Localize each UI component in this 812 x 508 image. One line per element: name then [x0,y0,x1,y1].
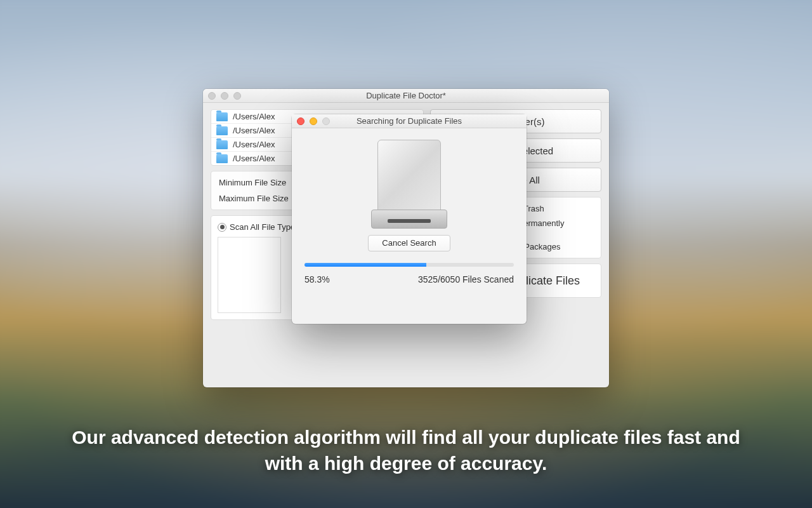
folder-icon [216,154,228,163]
folder-icon [216,112,228,121]
folder-icon [216,126,228,135]
progress-percent: 58.3% [304,274,330,284]
dialog-title: Searching for Duplicate Files [292,116,527,126]
dialog-titlebar: Searching for Duplicate Files [292,114,527,128]
drive-icon [371,140,447,229]
extension-list[interactable] [218,237,281,313]
window-title: Duplicate File Doctor* [203,91,609,100]
max-size-label: Maximum File Size [219,194,295,203]
progress-dialog: Searching for Duplicate Files Cancel Sea… [292,114,527,324]
main-titlebar: Duplicate File Doctor* [203,89,609,103]
progress-count: 3525/6050 Files Scaned [418,274,514,284]
folder-icon [216,140,228,149]
progress-fill [304,263,426,267]
cancel-search-button[interactable]: Cancel Search [368,235,450,251]
scan-all-radio[interactable]: Scan All File Types [218,222,299,232]
progress-bar [304,263,514,267]
radio-icon [218,223,226,232]
min-size-label: Minimum File Size [219,178,295,187]
marketing-tagline: Our advanced detection algorithm will fi… [0,425,812,476]
